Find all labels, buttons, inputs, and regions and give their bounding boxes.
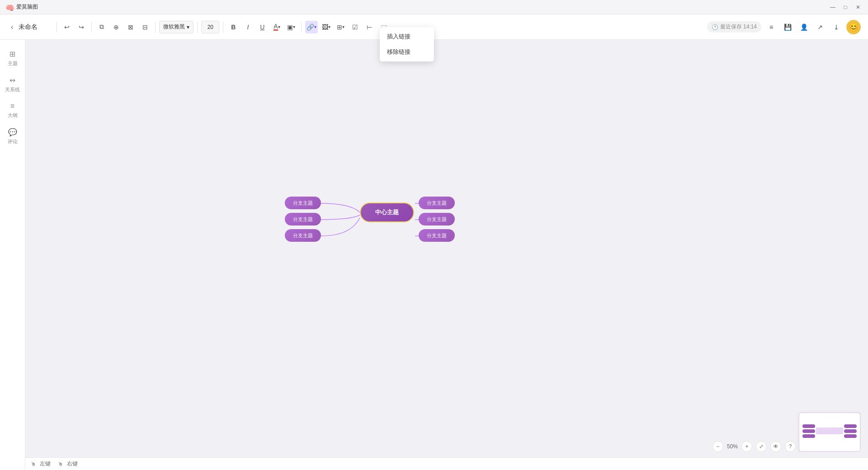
font-selector[interactable]: 微软雅黑 ▾	[159, 21, 193, 33]
branch-node-right-2[interactable]: 分支主题	[419, 213, 455, 226]
app-icon: 🧠	[5, 4, 13, 11]
title-bar: 🧠 爱莫脑图 — □ ✕	[0, 0, 868, 14]
svg-rect-3	[802, 434, 815, 438]
redo-button[interactable]: ↪	[75, 21, 88, 33]
left-click-icon: 🖱	[31, 461, 36, 467]
left-click-label: 左键	[40, 460, 51, 468]
document-title[interactable]: 未命名	[19, 23, 46, 31]
font-name: 微软雅黑	[163, 23, 185, 31]
branch-node-right-1[interactable]: 分支主题	[419, 197, 455, 209]
font-size-selector[interactable]: 20	[201, 21, 219, 33]
fill-color-dropdown-icon: ▾	[293, 24, 295, 29]
font-dropdown-icon: ▾	[187, 24, 189, 30]
theme-icon: ⊞	[9, 50, 15, 58]
link-button[interactable]: 🔗▾	[305, 21, 318, 33]
undo-button[interactable]: ↩	[61, 21, 73, 33]
divider-2	[91, 22, 92, 33]
branch-node-left-3[interactable]: 分支主题	[285, 229, 321, 242]
sidebar-item-theme[interactable]: ⊞ 主题	[3, 47, 23, 70]
save-status-text: 最近保存 14:14	[720, 23, 757, 31]
right-click-label: 右键	[67, 460, 78, 468]
image-button[interactable]: 🖼▾	[320, 21, 332, 33]
layout-button[interactable]: ≡	[765, 21, 778, 33]
insert-link-item[interactable]: 插入链接	[380, 29, 434, 44]
svg-rect-4	[844, 424, 857, 428]
filter-button[interactable]: ⧉	[95, 21, 108, 33]
outline-icon: ≡	[10, 102, 14, 110]
toolbar: ‹ 未命名 ↩ ↪ ⧉ ⊕ ⊠ ⊟ 微软雅黑 ▾ 20 B I U A ▾ ▣ …	[0, 14, 868, 40]
divider-6	[301, 22, 302, 33]
export-button[interactable]: ⤓	[830, 21, 843, 33]
svg-rect-0	[816, 428, 843, 434]
user-avatar[interactable]: 😊	[846, 20, 861, 34]
toolbar-right: 🕐 最近保存 14:14 ≡ 💾 👤 ↗ ⤓ 😊	[707, 20, 861, 34]
svg-rect-6	[844, 434, 857, 438]
bold-button[interactable]: B	[227, 21, 240, 33]
branch-button[interactable]: ⊢	[363, 21, 376, 33]
share-button[interactable]: ↗	[814, 21, 826, 33]
help-button[interactable]: ?	[785, 441, 796, 452]
close-button[interactable]: ✕	[854, 3, 863, 12]
sidebar-comment-label: 评论	[8, 138, 18, 145]
remove-link-item[interactable]: 移除链接	[380, 44, 434, 60]
zoom-level: 50%	[727, 443, 738, 450]
relation-icon: ↭	[9, 76, 15, 85]
sidebar-relation-label: 关系线	[5, 86, 20, 93]
window-controls: — □ ✕	[828, 3, 863, 12]
branch-node-left-2[interactable]: 分支主题	[285, 213, 321, 226]
svg-rect-2	[802, 429, 815, 433]
branch-node-right-3[interactable]: 分支主题	[419, 229, 455, 242]
table-button[interactable]: ⊞▾	[334, 21, 347, 33]
divider-4	[197, 22, 198, 33]
minimize-button[interactable]: —	[828, 3, 837, 12]
center-node[interactable]: 中心主题	[360, 202, 414, 222]
comment-icon: 💬	[8, 128, 17, 136]
app-title: 爱莫脑图	[16, 3, 828, 11]
clone-button[interactable]: ⊟	[139, 21, 151, 33]
save-status: 🕐 最近保存 14:14	[707, 21, 761, 33]
zoom-out-button[interactable]: −	[712, 441, 723, 452]
right-click-icon: 🖱	[58, 461, 63, 467]
fill-color-button[interactable]: ▣ ▾	[285, 21, 297, 33]
font-color-dropdown-icon: ▾	[278, 24, 280, 29]
mini-map-content	[798, 412, 860, 451]
back-button[interactable]: ‹	[7, 21, 17, 33]
underline-button[interactable]: U	[256, 21, 269, 33]
sidebar-item-relation[interactable]: ↭ 关系线	[3, 73, 23, 96]
save-button[interactable]: 💾	[781, 21, 794, 33]
paste-button[interactable]: ⊠	[124, 21, 137, 33]
font-color-button[interactable]: A ▾	[270, 21, 283, 33]
branch-node-left-1[interactable]: 分支主题	[285, 197, 321, 209]
checkbox-button[interactable]: ☑	[349, 21, 361, 33]
zoom-in-button[interactable]: +	[741, 441, 752, 452]
sidebar-item-outline[interactable]: ≡ 大纲	[3, 99, 23, 122]
fit-button[interactable]: ⤢	[756, 441, 767, 452]
mindmap-svg	[25, 40, 868, 457]
sidebar: ⊞ 主题 ↭ 关系线 ≡ 大纲 💬 评论	[0, 40, 25, 470]
clock-icon: 🕐	[712, 24, 718, 30]
maximize-button[interactable]: □	[841, 3, 850, 12]
svg-rect-5	[844, 429, 857, 433]
font-size-value: 20	[208, 24, 213, 30]
link-dropdown-menu: 插入链接 移除链接	[380, 27, 434, 61]
copy-button[interactable]: ⊕	[110, 21, 123, 33]
italic-button[interactable]: I	[241, 21, 254, 33]
divider-5	[223, 22, 223, 33]
sidebar-theme-label: 主题	[8, 60, 18, 67]
user-button[interactable]: 👤	[797, 21, 810, 33]
mini-map-svg	[798, 412, 861, 452]
zoom-controls: − 50% + ⤢ 👁 ?	[712, 441, 796, 452]
canvas[interactable]: 中心主题 分支主题 分支主题 分支主题 分支主题 分支主题 分支主题	[25, 40, 868, 457]
mini-map[interactable]	[797, 411, 861, 452]
svg-rect-1	[802, 424, 815, 428]
bottom-bar: 🖱 左键 🖱 右键	[25, 457, 868, 470]
divider-1	[57, 22, 57, 33]
eye-button[interactable]: 👁	[770, 441, 781, 452]
sidebar-item-comment[interactable]: 💬 评论	[3, 125, 23, 148]
divider-3	[155, 22, 156, 33]
sidebar-outline-label: 大纲	[8, 112, 18, 119]
